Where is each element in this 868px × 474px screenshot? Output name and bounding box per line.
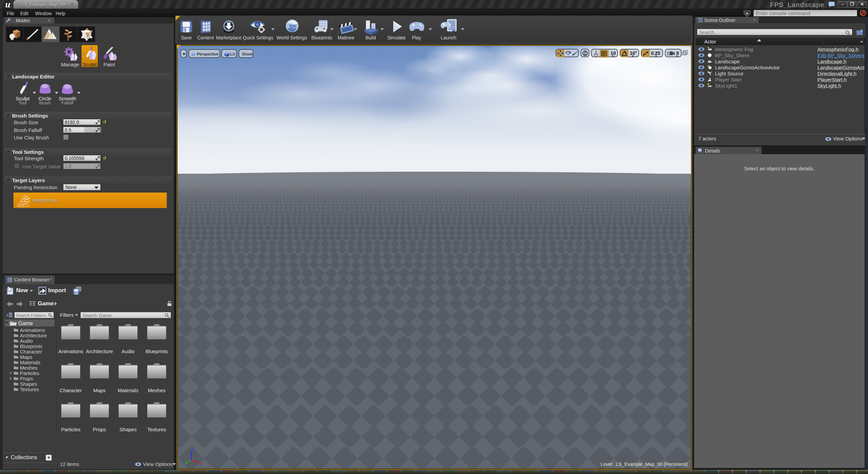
svg-text:Z: Z <box>192 448 195 453</box>
svg-text:X: X <box>199 461 202 466</box>
